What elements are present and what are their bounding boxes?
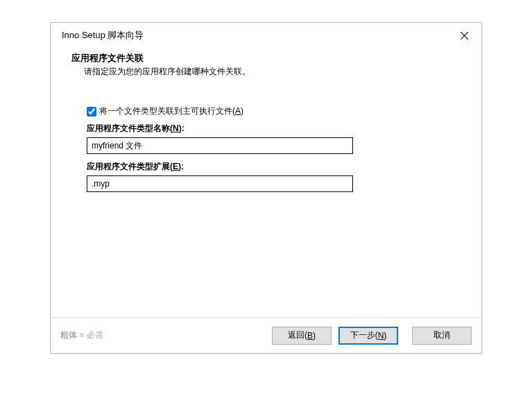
titlebar: Inno Setup 脚本向导: [51, 23, 481, 48]
close-icon: [461, 32, 468, 40]
window-title: Inno Setup 脚本向导: [62, 29, 144, 42]
page-subtitle: 请指定应为您的应用程序创建哪种文件关联。: [84, 66, 470, 78]
type-name-label: 应用程序文件类型名称(N):: [87, 123, 445, 135]
footer-buttons: 返回(B) 下一步(N) 取消: [272, 327, 472, 345]
back-button[interactable]: 返回(B): [272, 327, 332, 345]
associate-checkbox-label[interactable]: 将一个文件类型关联到主可执行文件(A): [99, 105, 243, 117]
type-ext-input[interactable]: [87, 175, 353, 192]
associate-checkbox-row: 将一个文件类型关联到主可执行文件(A): [87, 105, 445, 117]
page-title: 应用程序文件关联: [71, 52, 470, 64]
cancel-button[interactable]: 取消: [412, 327, 472, 345]
wizard-dialog: Inno Setup 脚本向导 应用程序文件关联 请指定应为您的应用程序创建哪种…: [50, 22, 482, 354]
header-section: 应用程序文件关联 请指定应为您的应用程序创建哪种文件关联。: [51, 48, 481, 85]
footer: 粗体 = 必需 返回(B) 下一步(N) 取消: [51, 317, 481, 353]
footer-note: 粗体 = 必需: [60, 329, 103, 341]
type-name-input[interactable]: [87, 137, 353, 154]
type-ext-label: 应用程序文件类型扩展(E):: [87, 161, 445, 173]
associate-checkbox[interactable]: [87, 107, 96, 117]
close-button[interactable]: [454, 26, 474, 44]
next-button[interactable]: 下一步(N): [338, 327, 398, 345]
content-area: 将一个文件类型关联到主可执行文件(A) 应用程序文件类型名称(N): 应用程序文…: [51, 85, 481, 192]
